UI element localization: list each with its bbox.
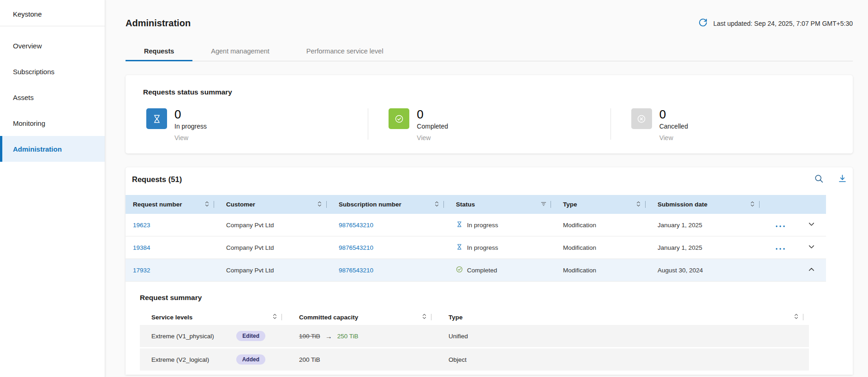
cancel-circle-icon: [631, 108, 652, 129]
page-title: Administration: [126, 18, 191, 29]
table-row: 19384 Company Pvt Ltd 9876543210 In prog…: [126, 236, 826, 259]
tile-cancelled: 0 Cancelled View: [611, 108, 853, 141]
customer-cell: Company Pvt Ltd: [219, 244, 331, 251]
col-committed-capacity: Committed capacity: [299, 314, 358, 321]
requests-status-summary-card: Requests status summary 0 In progress Vi…: [126, 75, 853, 153]
arrow-right-icon: →: [325, 332, 332, 340]
filter-icon[interactable]: [540, 201, 547, 208]
table-row: 19623 Company Pvt Ltd 9876543210 In prog…: [126, 214, 826, 236]
new-capacity: 250 TiB: [337, 333, 359, 340]
sidebar-item-subscriptions[interactable]: Subscriptions: [0, 59, 105, 84]
page-header: Administration Last updated: Sep 24, 202…: [126, 18, 853, 29]
request-number-link[interactable]: 17932: [126, 267, 219, 274]
cancelled-view-link[interactable]: View: [659, 134, 688, 141]
status-cell: Completed: [449, 266, 556, 274]
search-button[interactable]: [814, 174, 824, 185]
sort-icon[interactable]: [421, 313, 427, 321]
sort-icon[interactable]: [272, 313, 278, 321]
request-number-link[interactable]: 19384: [126, 244, 219, 251]
sort-icon[interactable]: [204, 201, 210, 208]
type-cell: Modification: [556, 267, 650, 274]
request-summary-table: Service levels Committed capacity Type E…: [140, 309, 809, 371]
table-row-expanded: 17932 Company Pvt Ltd 9876543210 Complet…: [126, 259, 826, 282]
service-level-name: Extreme (V2_logical): [151, 356, 209, 363]
col-type: Type: [563, 201, 577, 208]
requests-header-row: Requests (51): [126, 173, 853, 186]
requests-table: Request number Customer Subscription num…: [126, 195, 826, 282]
tab-agent-management[interactable]: Agent management: [192, 43, 288, 61]
search-icon: [814, 174, 824, 185]
status-text: Completed: [467, 267, 497, 274]
col-subscription-number: Subscription number: [339, 201, 401, 208]
column-divider: [431, 314, 431, 320]
status-cell: In progress: [449, 221, 556, 229]
tab-bar: Requests Agent management Performance se…: [126, 43, 853, 61]
sidebar-item-administration[interactable]: Administration: [0, 136, 105, 162]
hourglass-icon: [456, 221, 463, 229]
subscription-number-link[interactable]: 9876543210: [331, 222, 449, 229]
sort-icon[interactable]: [434, 201, 440, 208]
col-customer: Customer: [226, 201, 255, 208]
status-summary-title: Requests status summary: [143, 88, 853, 96]
download-button[interactable]: [838, 174, 847, 185]
ellipsis-icon: [775, 244, 785, 251]
chevron-down-icon: [808, 220, 815, 230]
request-number-link[interactable]: 19623: [126, 222, 219, 229]
column-divider: [326, 201, 327, 208]
column-divider: [281, 314, 282, 320]
last-updated-area: Last updated: Sep 24, 2025, 7:07 PM GMT+…: [698, 18, 853, 29]
subscription-number-link[interactable]: 9876543210: [331, 267, 449, 274]
request-summary-title: Request summary: [140, 294, 853, 302]
sidebar-item-overview[interactable]: Overview: [0, 33, 105, 59]
subscription-number-link[interactable]: 9876543210: [331, 244, 449, 251]
completed-view-link[interactable]: View: [417, 134, 448, 141]
column-divider: [443, 201, 444, 208]
expand-row-button[interactable]: [796, 243, 826, 252]
requests-card: Requests (51): [126, 167, 853, 375]
customer-cell: Company Pvt Ltd: [219, 267, 331, 274]
in-progress-label: In progress: [174, 123, 207, 130]
column-divider: [645, 201, 646, 208]
type-cell: Modification: [556, 244, 650, 251]
tile-in-progress: 0 In progress View: [126, 108, 368, 141]
sort-icon[interactable]: [317, 201, 323, 208]
committed-capacity-cell: 200 TiB: [287, 356, 437, 363]
last-updated-text: Last updated: Sep 24, 2025, 7:07 PM GMT+…: [713, 20, 853, 27]
summary-row: Extreme (V2_logical) Added 200 TiB Objec…: [140, 348, 809, 371]
download-icon: [838, 174, 847, 185]
hourglass-icon: [456, 243, 463, 252]
sort-icon[interactable]: [635, 201, 641, 208]
submission-date-cell: January 1, 2025: [650, 222, 764, 229]
col-summary-type: Type: [449, 314, 463, 321]
status-badge: Added: [236, 354, 265, 365]
summary-type-cell: Unified: [437, 333, 809, 340]
request-summary-header: Service levels Committed capacity Type: [140, 309, 809, 325]
requests-title: Requests (51): [132, 175, 182, 184]
request-summary-panel: Request summary Service levels Committed…: [126, 282, 853, 371]
table-actions: [814, 174, 847, 185]
committed-capacity-cell: 100 TiB → 250 TiB: [287, 332, 437, 340]
sidebar-item-assets[interactable]: Assets: [0, 84, 105, 110]
customer-cell: Company Pvt Ltd: [219, 222, 331, 229]
sidebar-item-monitoring[interactable]: Monitoring: [0, 110, 105, 136]
cancelled-label: Cancelled: [659, 123, 688, 130]
row-actions-button[interactable]: [764, 222, 796, 229]
expand-row-button[interactable]: [796, 220, 826, 230]
submission-date-cell: January 1, 2025: [650, 244, 764, 251]
in-progress-view-link[interactable]: View: [174, 134, 207, 141]
sort-icon[interactable]: [793, 313, 799, 321]
tab-performance-service-level[interactable]: Performance service level: [288, 43, 402, 61]
check-circle-icon: [456, 266, 463, 274]
summary-type-cell: Object: [437, 356, 809, 363]
collapse-row-button[interactable]: [796, 265, 826, 275]
sort-icon[interactable]: [749, 201, 755, 208]
completed-label: Completed: [417, 123, 448, 130]
tab-requests[interactable]: Requests: [126, 43, 192, 61]
row-actions-button[interactable]: [764, 244, 796, 251]
completed-count: 0: [417, 108, 448, 121]
summary-row: Extreme (V1_physical) Edited 100 TiB → 2…: [140, 325, 809, 347]
type-cell: Modification: [556, 222, 650, 229]
refresh-icon: [698, 18, 708, 29]
refresh-button[interactable]: [698, 18, 708, 29]
brand-keystone: Keystone: [0, 0, 105, 26]
